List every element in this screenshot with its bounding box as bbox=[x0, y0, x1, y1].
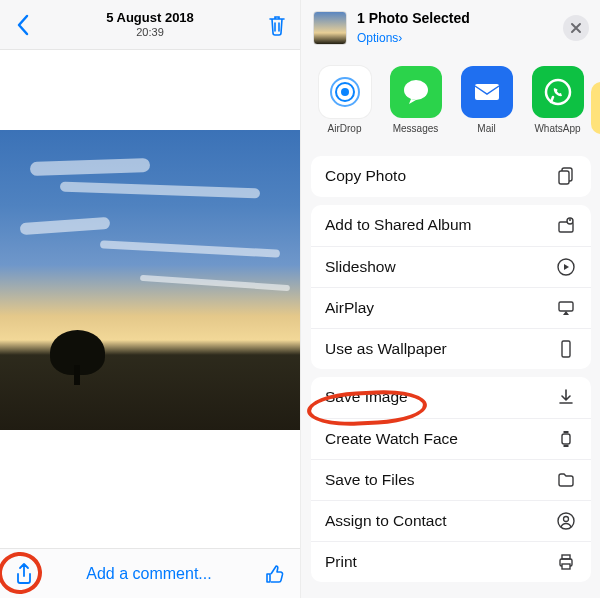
svg-rect-20 bbox=[562, 555, 570, 559]
action-group-1: Copy Photo bbox=[311, 156, 591, 197]
whatsapp-icon bbox=[532, 66, 584, 118]
watch-icon bbox=[555, 428, 577, 450]
airdrop-icon bbox=[319, 66, 371, 118]
back-button[interactable] bbox=[8, 0, 38, 50]
action-save-image[interactable]: Save Image bbox=[311, 377, 591, 418]
action-slideshow[interactable]: Slideshow bbox=[311, 246, 591, 287]
like-button[interactable] bbox=[264, 563, 286, 585]
app-label: AirDrop bbox=[328, 123, 362, 134]
share-button[interactable] bbox=[14, 562, 34, 586]
copy-icon bbox=[555, 165, 577, 187]
svg-point-5 bbox=[546, 80, 570, 104]
folder-icon bbox=[555, 469, 577, 491]
share-options-button[interactable]: Options› bbox=[357, 27, 553, 46]
airplay-icon bbox=[555, 297, 577, 319]
svg-rect-12 bbox=[559, 302, 573, 311]
app-label: Mail bbox=[477, 123, 495, 134]
svg-point-3 bbox=[404, 80, 428, 100]
action-group-3: Save Image Create Watch Face Save to Fil… bbox=[311, 377, 591, 582]
svg-rect-15 bbox=[564, 431, 569, 433]
action-shared-album[interactable]: Add to Shared Album bbox=[311, 205, 591, 246]
share-sheet-title: 1 Photo Selected bbox=[357, 10, 553, 27]
viewer-toolbar: Add a comment... bbox=[0, 548, 300, 598]
photo-viewer-screen: 5 August 2018 20:39 Add a comment... bbox=[0, 0, 301, 598]
app-mail[interactable]: Mail bbox=[456, 66, 518, 134]
share-apps-row[interactable]: AirDrop Messages Mail WhatsApp bbox=[301, 56, 600, 148]
action-save-files[interactable]: Save to Files bbox=[311, 459, 591, 500]
app-notes-peek[interactable] bbox=[591, 82, 600, 134]
share-sheet-screen: 5 August 2018 1 Photo Selected Options› … bbox=[301, 0, 600, 598]
phone-icon bbox=[555, 338, 577, 360]
add-comment-button[interactable]: Add a comment... bbox=[34, 565, 264, 583]
header-time: 20:39 bbox=[106, 26, 194, 39]
header-date: 5 August 2018 bbox=[106, 10, 194, 26]
action-print[interactable]: Print bbox=[311, 541, 591, 582]
action-assign-contact[interactable]: Assign to Contact bbox=[311, 500, 591, 541]
download-icon bbox=[555, 386, 577, 408]
svg-rect-16 bbox=[564, 445, 569, 447]
mail-icon bbox=[461, 66, 513, 118]
action-wallpaper[interactable]: Use as Wallpaper bbox=[311, 328, 591, 369]
share-sheet-header: 1 Photo Selected Options› bbox=[301, 0, 600, 56]
svg-rect-7 bbox=[559, 171, 569, 184]
svg-rect-13 bbox=[562, 341, 570, 357]
app-messages[interactable]: Messages bbox=[385, 66, 447, 134]
app-airdrop[interactable]: AirDrop bbox=[314, 66, 376, 134]
viewer-header: 5 August 2018 20:39 bbox=[0, 0, 300, 50]
messages-icon bbox=[390, 66, 442, 118]
play-icon bbox=[555, 256, 577, 278]
svg-point-10 bbox=[569, 219, 571, 221]
action-group-2: Add to Shared Album Slideshow AirPlay Us… bbox=[311, 205, 591, 369]
printer-icon bbox=[555, 551, 577, 573]
share-photo-thumbnail bbox=[313, 11, 347, 45]
delete-button[interactable] bbox=[262, 0, 292, 50]
person-icon bbox=[555, 510, 577, 532]
app-label: WhatsApp bbox=[534, 123, 580, 134]
app-whatsapp[interactable]: WhatsApp bbox=[527, 66, 589, 134]
action-watch-face[interactable]: Create Watch Face bbox=[311, 418, 591, 459]
app-label: Messages bbox=[393, 123, 439, 134]
action-airplay[interactable]: AirPlay bbox=[311, 287, 591, 328]
svg-rect-14 bbox=[562, 434, 570, 444]
close-button[interactable] bbox=[563, 15, 589, 41]
album-icon bbox=[555, 214, 577, 236]
svg-point-0 bbox=[341, 88, 349, 96]
svg-rect-4 bbox=[475, 84, 499, 100]
svg-rect-21 bbox=[562, 564, 570, 569]
photo-area[interactable] bbox=[0, 50, 300, 548]
photo-sunset bbox=[0, 130, 300, 430]
svg-point-18 bbox=[564, 516, 569, 521]
action-copy-photo[interactable]: Copy Photo bbox=[311, 156, 591, 197]
